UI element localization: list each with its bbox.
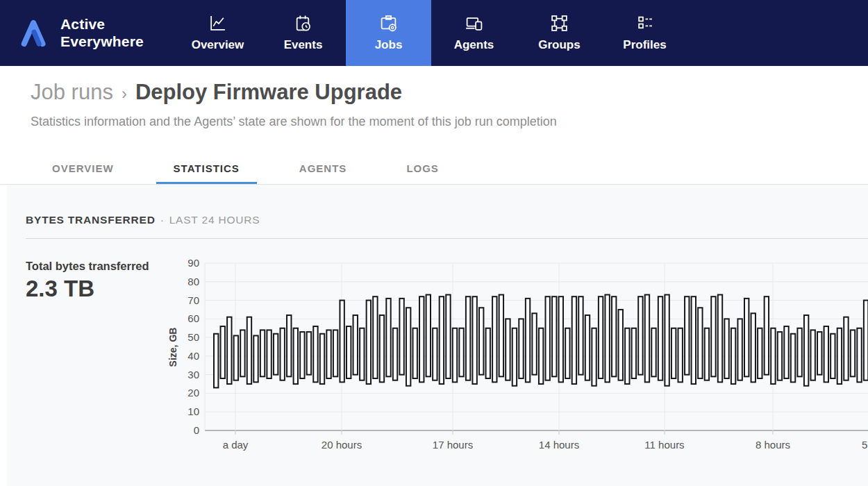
- svg-text:70: 70: [187, 294, 199, 306]
- svg-text:17 hours: 17 hours: [433, 439, 473, 451]
- svg-text:30: 30: [187, 369, 199, 380]
- brand[interactable]: Active Everywhere: [17, 16, 146, 51]
- tab-bar: OVERVIEW STATISTICS AGENTS LOGS: [35, 152, 481, 185]
- section-title: BYTES TRANSFERRED·LAST 24 HOURS: [26, 214, 260, 226]
- nav-item-overview[interactable]: Overview: [175, 0, 260, 66]
- svg-text:20: 20: [187, 387, 199, 399]
- section-title-dot: ·: [160, 214, 165, 226]
- total-bytes-value: 2.3 TB: [26, 276, 94, 302]
- nav-item-label: Overview: [192, 38, 244, 52]
- line-chart-icon: [208, 14, 227, 33]
- clipboard-gear-icon: [379, 14, 398, 33]
- devices-icon: [465, 14, 483, 33]
- breadcrumb: Job runs › Deploy Firmware Upgrade: [31, 80, 402, 105]
- nav-item-groups[interactable]: Groups: [517, 0, 602, 66]
- svg-text:11 hours: 11 hours: [644, 439, 684, 451]
- svg-text:14 hours: 14 hours: [539, 439, 579, 451]
- breadcrumb-job-runs[interactable]: Job runs: [31, 80, 113, 105]
- bytes-transferred-chart-svg: 0102030405060708090a day20 hours17 hours…: [167, 257, 868, 465]
- top-navbar: Active Everywhere Overview Events: [0, 0, 868, 66]
- section-title-main: BYTES TRANSFERRED: [26, 214, 156, 226]
- svg-text:5 hours: 5 hours: [862, 439, 868, 451]
- nav-item-label: Groups: [538, 38, 580, 52]
- svg-text:80: 80: [187, 276, 199, 287]
- svg-text:60: 60: [187, 312, 199, 324]
- tab-overview[interactable]: OVERVIEW: [35, 152, 131, 185]
- page-title: Deploy Firmware Upgrade: [135, 80, 402, 105]
- nav-item-label: Jobs: [375, 38, 403, 52]
- svg-text:10: 10: [187, 405, 199, 417]
- svg-text:50: 50: [187, 331, 199, 343]
- nav-item-profiles[interactable]: Profiles: [602, 0, 687, 66]
- bytes-transferred-chart: 0102030405060708090a day20 hours17 hours…: [167, 257, 868, 465]
- group-nodes-icon: [550, 14, 569, 33]
- svg-text:20 hours: 20 hours: [322, 439, 362, 451]
- active-everywhere-logo-icon: [17, 16, 51, 51]
- page-subtitle: Statistics information and the Agents’ s…: [31, 115, 557, 129]
- breadcrumb-separator: ›: [122, 84, 127, 103]
- section-title-range: LAST 24 HOURS: [169, 214, 260, 226]
- svg-text:8 hours: 8 hours: [756, 439, 790, 451]
- section-divider: [26, 238, 868, 239]
- svg-text:0: 0: [194, 424, 199, 436]
- nav-item-events[interactable]: Events: [260, 0, 346, 66]
- nav-item-label: Events: [284, 38, 323, 52]
- nav-item-agents[interactable]: Agents: [431, 0, 517, 66]
- total-bytes-label: Total bytes transferred: [26, 260, 149, 273]
- page-header: Job runs › Deploy Firmware Upgrade Stati…: [0, 66, 868, 185]
- tab-statistics[interactable]: STATISTICS: [156, 152, 257, 185]
- svg-text:Size, GB: Size, GB: [167, 328, 178, 367]
- nav-item-label: Agents: [454, 38, 494, 52]
- tab-agents[interactable]: AGENTS: [282, 152, 365, 185]
- nav-item-label: Profiles: [623, 38, 666, 52]
- statistics-panel: BYTES TRANSFERRED·LAST 24 HOURS Total by…: [7, 185, 868, 486]
- nav-items: Overview Events Job: [175, 0, 687, 66]
- svg-text:90: 90: [187, 257, 199, 269]
- svg-text:40: 40: [187, 350, 199, 362]
- list-settings-icon: [635, 14, 654, 33]
- nav-item-jobs[interactable]: Jobs: [346, 0, 431, 66]
- brand-name: Active Everywhere: [60, 16, 144, 51]
- tab-logs[interactable]: LOGS: [389, 152, 456, 185]
- calendar-clock-icon: [294, 14, 312, 33]
- svg-text:a day: a day: [223, 439, 249, 451]
